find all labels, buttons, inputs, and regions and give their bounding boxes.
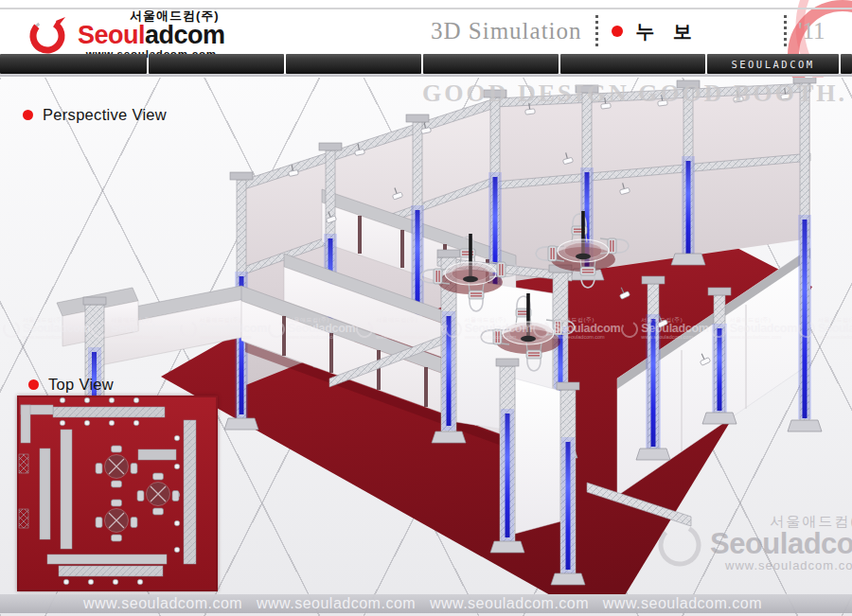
swoosh-logo-icon bbox=[655, 519, 704, 568]
bar-segment bbox=[149, 54, 284, 74]
red-bullet-icon bbox=[612, 26, 623, 37]
bar-segment bbox=[423, 54, 559, 74]
watermark-band-item: 서울애드컴(주)Seouladcomwww.seouladcom.com bbox=[267, 314, 355, 343]
watermark-band: 서울애드컴(주)Seouladcomwww.seouladcom.com 서울애… bbox=[0, 314, 852, 343]
swoosh-logo-icon bbox=[90, 319, 109, 338]
year-label: '11 bbox=[798, 18, 825, 44]
bar-underline bbox=[0, 74, 852, 77]
logo-brand: Seouladcom bbox=[78, 23, 225, 48]
watermark-band-item: 서울애드컴(주)Seouladcomwww.seouladcom.com bbox=[709, 314, 797, 343]
watermark-band-item: 서울애드컴(주)Seouladcomwww.seouladcom.com bbox=[90, 314, 178, 343]
dotted-divider bbox=[784, 15, 787, 47]
swoosh-logo-icon bbox=[620, 319, 639, 338]
dotted-divider bbox=[595, 15, 598, 47]
perspective-view-label: Perspective View bbox=[23, 106, 167, 124]
watermark-url: www.seouladcom.com bbox=[83, 595, 242, 612]
page: 서울애드컴(주) Seouladcom www.seouladcom.com 3… bbox=[0, 0, 852, 616]
swoosh-logo-icon bbox=[532, 319, 551, 338]
swoosh-logo-icon bbox=[444, 319, 463, 338]
bar-segment bbox=[286, 54, 421, 74]
watermark-band-item: 서울애드컴(주)Seouladcomwww.seouladcom.com bbox=[179, 314, 267, 343]
header-center: 3D Simulation 누 보 bbox=[431, 15, 699, 47]
watermark-band-item: 서울애드컴(주)Seouladcomwww.seouladcom.com bbox=[355, 314, 443, 343]
swoosh-logo-icon bbox=[267, 319, 286, 338]
swoosh-logo-icon bbox=[797, 319, 816, 338]
top-view-render bbox=[17, 396, 218, 591]
company-logo: 서울애드컴(주) Seouladcom www.seouladcom.com bbox=[25, 9, 225, 61]
page-title: 3D Simulation bbox=[431, 18, 582, 44]
bottom-watermark-bar: www.seouladcom.com www.seouladcom.com ww… bbox=[0, 594, 852, 613]
swoosh-logo-icon bbox=[25, 12, 74, 58]
red-bullet-icon bbox=[28, 379, 39, 390]
swoosh-logo-icon bbox=[709, 319, 728, 338]
header-dark-bar: SEOULADCOM bbox=[0, 54, 852, 74]
header-year: '11 bbox=[784, 15, 825, 47]
watermark-band-item: 서울애드컴(주)Seouladcomwww.seouladcom.com bbox=[444, 314, 532, 343]
watermark-band-item: 서울애드컴(주)Seouladcomwww.seouladcom.com bbox=[2, 314, 90, 343]
swoosh-logo-icon bbox=[179, 319, 198, 338]
bar-brand-label: SEOULADCOM bbox=[707, 54, 839, 74]
client-name: 누 보 bbox=[636, 19, 700, 44]
swoosh-logo-icon bbox=[2, 319, 21, 338]
bar-segment bbox=[560, 54, 705, 74]
corner-watermark: 서울애드컴(주) Seouladcom www.seouladcom.com bbox=[655, 514, 852, 572]
swoosh-logo-icon bbox=[355, 319, 374, 338]
watermark-band-item: 서울애드컴(주)Seouladcomwww.seouladcom.com bbox=[532, 314, 620, 343]
slogan-watermark: GOOD DESIGN GOOD BOOTH. bbox=[422, 79, 847, 108]
watermark-url: www.seouladcom.com bbox=[430, 595, 589, 612]
watermark-band-item: 서울애드컴(주)Seouladcomwww.seouladcom.com bbox=[620, 314, 708, 343]
red-bullet-icon bbox=[23, 110, 33, 120]
watermark-url: www.seouladcom.com bbox=[257, 595, 416, 612]
bar-segment bbox=[0, 54, 147, 74]
top-view-label: Top View bbox=[28, 376, 114, 394]
watermark-url: www.seouladcom.com bbox=[603, 595, 762, 612]
bar-segment bbox=[841, 54, 852, 74]
logo-brand-adcom: adcom bbox=[145, 21, 225, 49]
logo-brand-seoul: Seoul bbox=[78, 21, 145, 49]
watermark-band-item: 서울애드컴(주)Seouladcomwww.seouladcom.com bbox=[797, 314, 852, 343]
